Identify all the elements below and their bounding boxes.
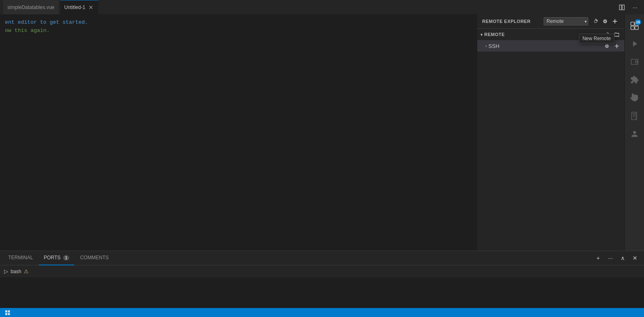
terminal-tab-label: TERMINAL — [8, 255, 33, 260]
remote-explorer-header: REMOTE EXPLORER Remote Dev Containers WS… — [477, 14, 624, 29]
svg-rect-5 — [635, 26, 638, 29]
svg-rect-4 — [630, 26, 634, 29]
main-area: ent editor to get started. ow this again… — [0, 14, 644, 251]
panel-actions: + ··· ∧ ✕ — [592, 252, 641, 264]
panel-tab-ports[interactable]: PORTS 1 — [39, 251, 75, 265]
svg-rect-9 — [635, 112, 637, 120]
remote-dropdown[interactable]: Remote Dev Containers WSL Targets — [544, 17, 588, 25]
panel-more-button[interactable]: ··· — [605, 252, 616, 264]
svg-rect-6 — [631, 59, 638, 65]
activity-run-icon[interactable] — [626, 36, 643, 52]
activity-extensions-icon[interactable] — [626, 72, 643, 88]
refresh-remote-button[interactable] — [591, 17, 600, 26]
activity-remote-window-icon[interactable] — [626, 54, 643, 70]
remote-explorer-title: REMOTE EXPLORER — [482, 19, 541, 24]
tab-label: simpleDatatables.vue — [7, 5, 54, 10]
remote-explorer-panel: REMOTE EXPLORER Remote Dev Containers WS… — [477, 14, 624, 251]
status-remote-item[interactable] — [3, 308, 12, 317]
editor-line-2: ow this again. — [5, 27, 472, 35]
remote-section-chevron-icon: ▾ — [481, 32, 483, 37]
editor-content: ent editor to get started. ow this again… — [0, 14, 477, 38]
ports-tab-label: PORTS — [44, 255, 61, 260]
tab-close-icon[interactable]: ✕ — [88, 4, 94, 11]
panel-content: ▷ bash ⚠ — [0, 265, 644, 308]
terminal-bar[interactable]: ▷ bash ⚠ — [0, 265, 644, 278]
configure-remote-button[interactable] — [601, 17, 610, 26]
more-actions-button[interactable]: ··· — [629, 2, 641, 13]
panel-tab-comments[interactable]: COMMENTS — [75, 251, 113, 265]
titlebar-actions: ··· — [616, 2, 641, 13]
panel-tabs: TERMINAL PORTS 1 COMMENTS + ··· ∧ ✕ — [0, 251, 644, 265]
activity-notebook-icon[interactable] — [626, 108, 643, 124]
tab-simpledatatables[interactable]: simpleDatatables.vue — [3, 0, 59, 14]
activity-bar: 15 — [624, 14, 644, 251]
comments-tab-label: COMMENTS — [80, 255, 109, 260]
terminal-output — [0, 278, 644, 308]
activity-remote-icon[interactable]: 15 — [626, 18, 643, 34]
panel-add-button[interactable]: + — [592, 252, 604, 264]
panel-maximize-button[interactable]: ∧ — [617, 252, 628, 264]
remote-badge: 15 — [635, 19, 641, 25]
panel-tab-terminal[interactable]: TERMINAL — [3, 251, 38, 265]
remote-dropdown-wrapper[interactable]: Remote Dev Containers WSL Targets ▾ — [544, 17, 588, 25]
activity-account-icon[interactable] — [626, 126, 643, 142]
tab-bar: simpleDatatables.vue Untitled-1 ✕ ··· — [0, 0, 644, 14]
editor-line-1: ent editor to get started. — [5, 18, 472, 27]
ports-count-badge: 1 — [63, 255, 70, 260]
panel-close-button[interactable]: ✕ — [629, 252, 641, 264]
ssh-label: SSH — [488, 43, 601, 49]
terminal-bash-label: bash — [11, 269, 21, 274]
new-remote-tooltip: New Remote — [579, 34, 615, 43]
tab-untitled1[interactable]: Untitled-1 ✕ — [60, 0, 98, 14]
new-remote-button[interactable]: New Remote — [610, 17, 619, 26]
terminal-play-icon: ▷ — [4, 268, 8, 274]
svg-rect-1 — [622, 5, 624, 10]
status-bar — [0, 308, 644, 317]
terminal-warning-icon: ⚠ — [24, 268, 29, 274]
svg-rect-2 — [630, 22, 634, 25]
split-editor-button[interactable] — [616, 2, 628, 13]
editor-area: ent editor to get started. ow this again… — [0, 14, 477, 251]
remote-explorer-actions: New Remote — [591, 17, 619, 26]
svg-rect-0 — [619, 5, 621, 10]
bottom-panel: TERMINAL PORTS 1 COMMENTS + ··· ∧ ✕ ▷ ba… — [0, 251, 644, 308]
ssh-chevron-icon: › — [485, 44, 487, 48]
svg-point-7 — [635, 61, 637, 63]
activity-hand-icon[interactable] — [626, 90, 643, 106]
tab-label: Untitled-1 — [64, 5, 85, 10]
